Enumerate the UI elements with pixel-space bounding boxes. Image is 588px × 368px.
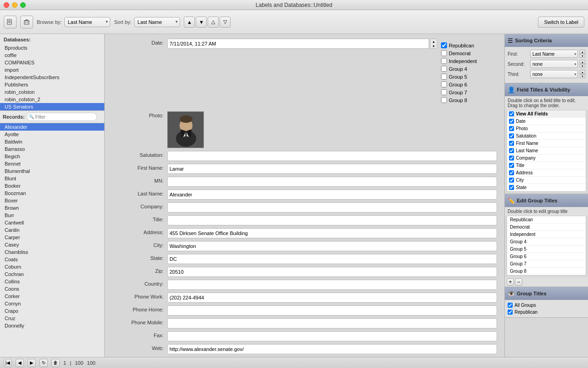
sorting-second-down[interactable]: ▼ bbox=[580, 64, 585, 68]
sorting-first-down[interactable]: ▼ bbox=[580, 54, 585, 58]
switch-to-label-button[interactable]: Switch to Label bbox=[538, 17, 584, 28]
record-item[interactable]: Barrasso bbox=[0, 145, 104, 153]
record-item[interactable]: Boxer bbox=[0, 197, 104, 204]
field-checkbox[interactable] bbox=[509, 185, 514, 190]
record-item[interactable]: Alexander bbox=[0, 123, 104, 131]
record-item[interactable]: Blumenthal bbox=[0, 167, 104, 175]
record-item[interactable]: Chambliss bbox=[0, 248, 104, 256]
last-name-input[interactable] bbox=[167, 190, 497, 200]
record-item[interactable]: Baldwin bbox=[0, 138, 104, 145]
phone-mobile-input[interactable] bbox=[167, 318, 497, 328]
view-all-checkbox[interactable] bbox=[509, 111, 514, 116]
date-input[interactable] bbox=[167, 39, 429, 49]
group-title-item[interactable]: Group 4 bbox=[507, 238, 586, 246]
minimize-button[interactable] bbox=[12, 2, 17, 8]
sorting-second-up[interactable]: ▲ bbox=[580, 60, 585, 64]
group7-checkbox[interactable] bbox=[441, 89, 447, 95]
record-item[interactable]: Coons bbox=[0, 285, 104, 293]
browse-select[interactable]: Last Name bbox=[64, 17, 110, 27]
record-item[interactable]: Donnelly bbox=[0, 322, 104, 329]
field-checkbox[interactable] bbox=[509, 163, 514, 168]
record-item[interactable]: Begich bbox=[0, 153, 104, 160]
field-checkbox[interactable] bbox=[509, 133, 514, 138]
field-checkbox[interactable] bbox=[509, 119, 514, 124]
database-item[interactable]: coffie bbox=[0, 52, 104, 59]
group-title-item[interactable]: Group 8 bbox=[507, 268, 586, 275]
field-item[interactable]: Company bbox=[507, 155, 586, 162]
record-item[interactable]: Ayotte bbox=[0, 131, 104, 138]
prev-record-btn[interactable]: ◀ bbox=[16, 359, 24, 367]
field-item[interactable]: State bbox=[507, 184, 586, 191]
next-record-btn[interactable]: ▶ bbox=[28, 359, 36, 367]
group-add-button[interactable]: + bbox=[507, 278, 514, 286]
sorting-third-select[interactable]: none bbox=[530, 70, 578, 78]
sorting-first-up[interactable]: ▲ bbox=[580, 50, 585, 54]
delete-btn[interactable]: 🗑 bbox=[51, 359, 60, 367]
record-item[interactable]: Coats bbox=[0, 256, 104, 263]
refresh-btn[interactable]: ↻ bbox=[40, 359, 48, 367]
mn-input[interactable] bbox=[167, 177, 497, 187]
date-up-btn[interactable]: ▲ bbox=[430, 39, 437, 44]
view-all-fields-item[interactable]: View All Fields bbox=[507, 110, 586, 118]
view-group-checkbox[interactable] bbox=[508, 310, 513, 315]
record-item[interactable]: Cochran bbox=[0, 270, 104, 278]
sorting-first-select[interactable]: Last Name bbox=[530, 50, 578, 58]
field-checkbox[interactable] bbox=[509, 141, 514, 146]
field-item[interactable]: Date bbox=[507, 118, 586, 125]
field-titles-header[interactable]: 👤 Field Titles & Visibility bbox=[505, 83, 588, 96]
group-title-item[interactable]: Group 7 bbox=[507, 260, 586, 268]
city-input[interactable] bbox=[167, 241, 497, 251]
record-item[interactable]: Booker bbox=[0, 182, 104, 190]
record-item[interactable]: Bennet bbox=[0, 160, 104, 167]
sorting-header[interactable]: ☰ Sorting Criteria bbox=[505, 34, 588, 47]
state-input[interactable] bbox=[167, 254, 497, 264]
country-input[interactable] bbox=[167, 280, 497, 290]
phone-home-input[interactable] bbox=[167, 305, 497, 316]
field-item[interactable]: Address bbox=[507, 169, 586, 177]
record-item[interactable]: Blunt bbox=[0, 175, 104, 182]
sort-up-alt-btn[interactable]: △ bbox=[208, 17, 219, 28]
group6-checkbox[interactable] bbox=[441, 81, 447, 87]
record-item[interactable]: Coburn bbox=[0, 263, 104, 270]
database-item[interactable]: IndependentSubscribers bbox=[0, 74, 104, 81]
record-item[interactable]: Cardin bbox=[0, 226, 104, 234]
group-title-item[interactable]: Republican bbox=[507, 216, 586, 224]
field-item[interactable]: First Name bbox=[507, 140, 586, 147]
search-input[interactable] bbox=[27, 113, 97, 121]
record-item[interactable]: Burr bbox=[0, 212, 104, 219]
field-item[interactable]: City bbox=[507, 177, 586, 184]
group-title-item[interactable]: Group 5 bbox=[507, 246, 586, 253]
maximize-button[interactable] bbox=[20, 2, 26, 8]
close-button[interactable] bbox=[4, 2, 9, 8]
record-item[interactable]: Collins bbox=[0, 278, 104, 285]
view-group-checkbox[interactable] bbox=[508, 303, 513, 308]
field-checkbox[interactable] bbox=[509, 170, 514, 175]
sort-select[interactable]: Last Name bbox=[134, 17, 180, 27]
sorting-second-select[interactable]: none bbox=[530, 60, 578, 68]
group-title-item[interactable]: Democrat bbox=[507, 224, 586, 231]
record-item[interactable]: Boozman bbox=[0, 190, 104, 197]
first-name-input[interactable] bbox=[167, 164, 497, 174]
group8-checkbox[interactable] bbox=[441, 97, 447, 103]
edit-group-header[interactable]: ✏️ Edit Group Titles bbox=[505, 194, 588, 207]
sorting-third-down[interactable]: ▼ bbox=[580, 74, 585, 78]
sort-down-btn[interactable]: ▼ bbox=[196, 17, 207, 28]
web-input[interactable] bbox=[167, 344, 497, 354]
record-item[interactable]: Brown bbox=[0, 204, 104, 212]
group-title-item[interactable]: Independent bbox=[507, 231, 586, 238]
record-item[interactable]: Corker bbox=[0, 293, 104, 300]
independent-checkbox[interactable] bbox=[441, 58, 447, 64]
database-item[interactable]: Bproducts bbox=[0, 44, 104, 52]
sorting-third-up[interactable]: ▲ bbox=[580, 70, 585, 74]
record-item[interactable]: Casey bbox=[0, 241, 104, 248]
photo-field[interactable] bbox=[167, 111, 204, 148]
sort-up-btn[interactable]: ▲ bbox=[184, 17, 195, 28]
group4-checkbox[interactable] bbox=[441, 66, 447, 72]
sorting-second-stepper[interactable]: ▲ ▼ bbox=[580, 60, 585, 68]
view-group-header[interactable]: 👁️ Group Titles bbox=[505, 287, 588, 300]
fax-input[interactable] bbox=[167, 331, 497, 341]
zip-input[interactable] bbox=[167, 267, 497, 277]
field-checkbox[interactable] bbox=[509, 126, 514, 131]
view-group-title-item[interactable]: Republican bbox=[507, 309, 586, 316]
field-checkbox[interactable] bbox=[509, 148, 514, 153]
